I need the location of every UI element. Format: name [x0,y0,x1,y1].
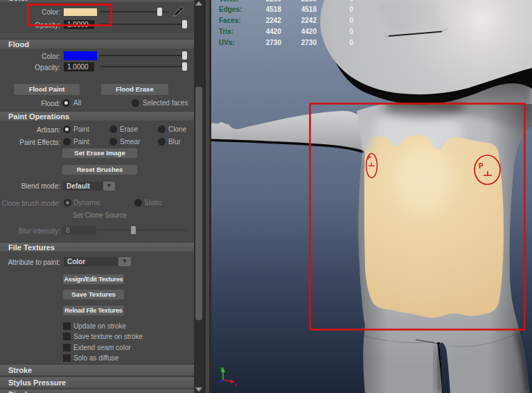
svg-text:2242: 2242 [266,17,282,24]
svg-text:x: x [234,381,237,387]
svg-text:Verts:: Verts: [219,0,238,3]
svg-text:0: 0 [349,17,353,24]
svg-text:y: y [220,365,223,372]
svg-text:0: 0 [349,6,353,13]
svg-text:2242: 2242 [301,17,317,24]
svg-text:4518: 4518 [266,6,282,13]
svg-text:2260: 2260 [266,0,282,3]
svg-text:2730: 2730 [266,39,282,46]
svg-text:2730: 2730 [301,39,317,46]
svg-text:0: 0 [349,28,353,35]
svg-text:Faces:: Faces: [219,17,241,24]
svg-text:4420: 4420 [301,28,317,35]
svg-text:2260: 2260 [301,0,317,3]
svg-text:P: P [479,162,484,170]
svg-text:4420: 4420 [266,28,282,35]
svg-text:Tris:: Tris: [219,28,233,35]
svg-text:4518: 4518 [301,6,317,13]
svg-text:UVs:: UVs: [219,39,235,46]
svg-text:0: 0 [349,0,353,3]
svg-text:P: P [368,155,371,160]
svg-text:0: 0 [349,39,353,46]
svg-text:Edges:: Edges: [219,6,242,13]
